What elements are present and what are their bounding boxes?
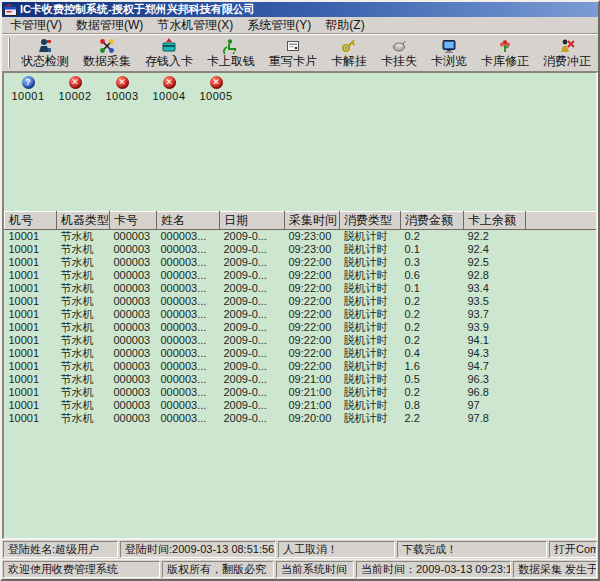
table-cell — [526, 321, 599, 334]
table-cell: 脱机计时 — [340, 282, 401, 295]
table-cell: 脱机计时 — [340, 412, 401, 425]
menu-item[interactable]: 帮助(Z) — [318, 16, 371, 35]
grid-column-header[interactable]: 消费类型 — [340, 212, 401, 230]
table-cell: 节水机 — [57, 308, 110, 321]
table-cell — [526, 399, 599, 412]
table-cell: 节水机 — [57, 321, 110, 334]
table-row[interactable]: 10001节水机000003000003...2009-0...09:22:00… — [5, 360, 599, 373]
status-bar-bottom: 欢迎使用收费管理系统 版权所有，翻版必究 当前系统时间 当前时间：2009-03… — [2, 559, 598, 579]
machine-item[interactable]: ? 10001 — [9, 76, 47, 102]
table-row[interactable]: 10001节水机000003000003...2009-0...09:21:00… — [5, 386, 599, 399]
grid-column-header[interactable]: 消费金额 — [401, 212, 464, 230]
withdraw-from-card-icon — [223, 38, 239, 54]
menu-item[interactable]: 数据管理(W) — [69, 16, 150, 35]
table-cell: 脱机计时 — [340, 230, 401, 244]
table-cell: 10001 — [5, 321, 57, 334]
menu-item[interactable]: 节水机管理(X) — [150, 16, 240, 35]
grid-column-header[interactable]: 采集时间 — [285, 212, 340, 230]
table-row[interactable]: 10001节水机000003000003...2009-0...09:21:00… — [5, 399, 599, 412]
grid-column-header[interactable]: 机号 — [5, 212, 57, 230]
table-row[interactable]: 10001节水机000003000003...2009-0...09:20:00… — [5, 412, 599, 425]
table-row[interactable]: 10001节水机000003000003...2009-0...09:21:00… — [5, 373, 599, 386]
table-cell: 000003... — [157, 256, 220, 269]
table-cell: 10001 — [5, 282, 57, 295]
grid-column-header[interactable]: 卡上余额 — [464, 212, 526, 230]
table-cell: 09:21:00 — [285, 386, 340, 399]
table-cell: 000003 — [110, 308, 157, 321]
toolbar-grip[interactable] — [8, 38, 10, 68]
table-cell: 09:22:00 — [285, 334, 340, 347]
table-cell — [526, 308, 599, 321]
table-cell: 脱机计时 — [340, 334, 401, 347]
table-cell: 脱机计时 — [340, 399, 401, 412]
table-cell: 10001 — [5, 412, 57, 425]
toolbar-button-label: 数据采集 — [83, 54, 131, 69]
grid-column-header[interactable] — [526, 212, 599, 230]
table-cell — [526, 269, 599, 282]
table-cell: 节水机 — [57, 230, 110, 244]
error-icon: ✕ — [69, 76, 82, 89]
table-cell: 000003 — [110, 321, 157, 334]
table-cell: 2009-0... — [220, 373, 285, 386]
machine-item[interactable]: ✕ 10003 — [103, 76, 141, 102]
machine-item[interactable]: ✕ 10004 — [150, 76, 188, 102]
table-cell: 10001 — [5, 269, 57, 282]
card-report-loss-icon — [391, 38, 407, 54]
toolbar-button[interactable]: 卡上取钱 — [201, 36, 261, 70]
table-row[interactable]: 10001节水机000003000003...2009-0...09:22:00… — [5, 282, 599, 295]
table-cell: 2009-0... — [220, 360, 285, 373]
machine-item[interactable]: ✕ 10002 — [56, 76, 94, 102]
table-cell: 10001 — [5, 256, 57, 269]
table-cell: 节水机 — [57, 282, 110, 295]
toolbar-button[interactable]: 卡库修正 — [475, 36, 535, 70]
table-cell: 000003... — [157, 230, 220, 244]
table-row[interactable]: 10001节水机000003000003...2009-0...09:23:00… — [5, 243, 599, 256]
menu-item[interactable]: 卡管理(V) — [3, 16, 69, 35]
table-cell: 000003... — [157, 308, 220, 321]
table-cell: 0.1 — [401, 243, 464, 256]
table-row[interactable]: 10001节水机000003000003...2009-0...09:22:00… — [5, 256, 599, 269]
table-cell: 000003... — [157, 373, 220, 386]
machine-id-label: 10003 — [105, 90, 138, 102]
toolbar-button[interactable]: 卡挂失 — [375, 36, 423, 70]
toolbar-button-label: 卡上取钱 — [207, 54, 255, 69]
table-cell: 97 — [464, 399, 526, 412]
table-cell — [526, 412, 599, 425]
table-row[interactable]: 10001节水机000003000003...2009-0...09:23:00… — [5, 230, 599, 244]
toolbar-button[interactable]: 消费冲正 — [537, 36, 597, 70]
toolbar-button[interactable]: 数据采集 — [77, 36, 137, 70]
table-row[interactable]: 10001节水机000003000003...2009-0...09:22:00… — [5, 269, 599, 282]
table-row[interactable]: 10001节水机000003000003...2009-0...09:22:00… — [5, 334, 599, 347]
table-row[interactable]: 10001节水机000003000003...2009-0...09:22:00… — [5, 347, 599, 360]
menu-item[interactable]: 系统管理(Y) — [240, 16, 318, 35]
table-cell: 脱机计时 — [340, 347, 401, 360]
toolbar-button[interactable]: 卡解挂 — [325, 36, 373, 70]
grid-column-header[interactable]: 机器类型 — [57, 212, 110, 230]
table-cell: 2009-0... — [220, 230, 285, 244]
toolbar-button[interactable]: 卡浏览 — [425, 36, 473, 70]
toolbar-button[interactable]: 状态检测 — [15, 36, 75, 70]
table-cell: 000003... — [157, 321, 220, 334]
table-cell: 92.5 — [464, 256, 526, 269]
grid-column-header[interactable]: 姓名 — [157, 212, 220, 230]
grid-column-header[interactable]: 卡号 — [110, 212, 157, 230]
table-cell: 2009-0... — [220, 308, 285, 321]
toolbar-button[interactable]: 重写卡片 — [263, 36, 323, 70]
table-row[interactable]: 10001节水机000003000003...2009-0...09:22:00… — [5, 321, 599, 334]
table-cell — [526, 282, 599, 295]
table-cell: 10001 — [5, 334, 57, 347]
table-cell: 节水机 — [57, 334, 110, 347]
toolbar-button[interactable]: 存钱入卡 — [139, 36, 199, 70]
table-cell: 000003 — [110, 360, 157, 373]
grid-column-header[interactable]: 日期 — [220, 212, 285, 230]
machine-item[interactable]: ✕ 10005 — [197, 76, 235, 102]
table-row[interactable]: 10001节水机000003000003...2009-0...09:22:00… — [5, 295, 599, 308]
records-grid: 机号机器类型卡号姓名日期采集时间消费类型消费金额卡上余额 10001节水机000… — [4, 211, 596, 425]
table-cell: 93.5 — [464, 295, 526, 308]
table-cell: 节水机 — [57, 373, 110, 386]
machine-id-label: 10002 — [58, 90, 91, 102]
status-manual-cancel: 人工取消！ — [278, 541, 395, 558]
table-row[interactable]: 10001节水机000003000003...2009-0...09:22:00… — [5, 308, 599, 321]
table-cell: 节水机 — [57, 386, 110, 399]
table-cell — [526, 334, 599, 347]
